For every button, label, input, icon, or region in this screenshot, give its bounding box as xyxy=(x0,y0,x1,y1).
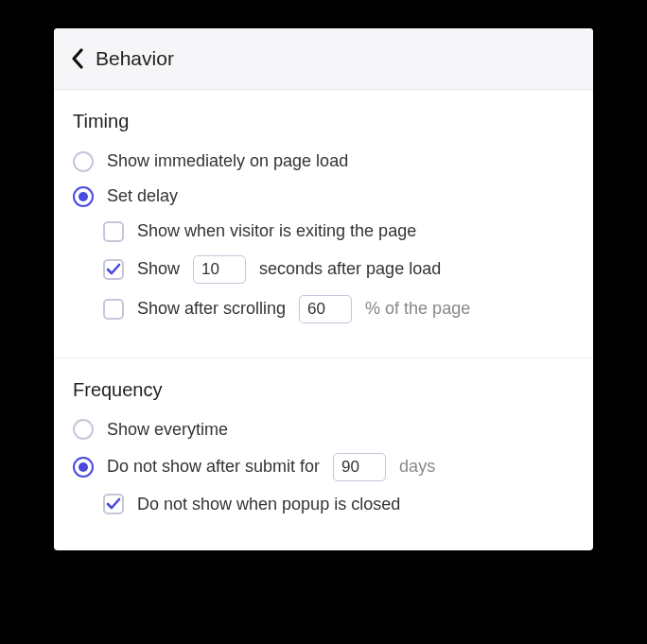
checkbox-label: Do not show when popup is closed xyxy=(137,493,400,516)
frequency-section: Frequency Show everytime Do not show aft… xyxy=(54,357,593,550)
submit-days-input[interactable] xyxy=(333,453,386,481)
check-exit-intent[interactable]: Show when visitor is exiting the page xyxy=(103,219,574,243)
radio-icon[interactable] xyxy=(73,457,94,478)
radio-label: Show immediately on page load xyxy=(107,149,348,173)
checkbox-icon[interactable] xyxy=(103,221,124,242)
check-popup-closed[interactable]: Do not show when popup is closed xyxy=(103,493,574,516)
timing-radio-immediate[interactable]: Show immediately on page load xyxy=(73,149,574,173)
panel-header: Behavior xyxy=(54,28,593,90)
radio-icon[interactable] xyxy=(73,186,94,207)
check-scroll-percent[interactable]: Show after scrolling % of the page xyxy=(103,295,574,323)
frequency-radio-everytime[interactable]: Show everytime xyxy=(73,418,574,442)
radio-label: Show everytime xyxy=(107,418,228,442)
checkbox-label-post: seconds after page load xyxy=(259,257,441,281)
scroll-percent-input[interactable] xyxy=(299,295,352,323)
checkbox-label-pre: Show xyxy=(137,257,180,281)
check-seconds-after-load[interactable]: Show seconds after page load xyxy=(103,255,574,284)
delay-options: Show when visitor is exiting the page Sh… xyxy=(103,219,574,322)
behavior-panel: Behavior Timing Show immediately on page… xyxy=(54,28,593,550)
radio-icon[interactable] xyxy=(73,151,94,172)
timing-title: Timing xyxy=(73,111,574,132)
radio-label-post: days xyxy=(399,455,435,479)
timing-section: Timing Show immediately on page load Set… xyxy=(54,90,593,357)
back-icon[interactable] xyxy=(71,48,84,69)
page-title: Behavior xyxy=(96,47,174,70)
checkbox-label: Show when visitor is exiting the page xyxy=(137,219,416,243)
radio-label: Set delay xyxy=(107,184,178,208)
radio-icon[interactable] xyxy=(73,419,94,440)
checkbox-icon[interactable] xyxy=(103,494,124,514)
checkbox-label-pre: Show after scrolling xyxy=(137,297,286,321)
radio-label-pre: Do not show after submit for xyxy=(107,455,320,479)
checkbox-icon[interactable] xyxy=(103,259,124,280)
timing-radio-delay[interactable]: Set delay xyxy=(73,184,574,208)
frequency-title: Frequency xyxy=(73,379,574,401)
frequency-sub-options: Do not show when popup is closed xyxy=(103,493,574,516)
frequency-radio-after-submit[interactable]: Do not show after submit for days xyxy=(73,453,574,481)
seconds-input[interactable] xyxy=(193,255,246,284)
checkbox-label-post: % of the page xyxy=(365,297,470,321)
checkbox-icon[interactable] xyxy=(103,299,124,320)
